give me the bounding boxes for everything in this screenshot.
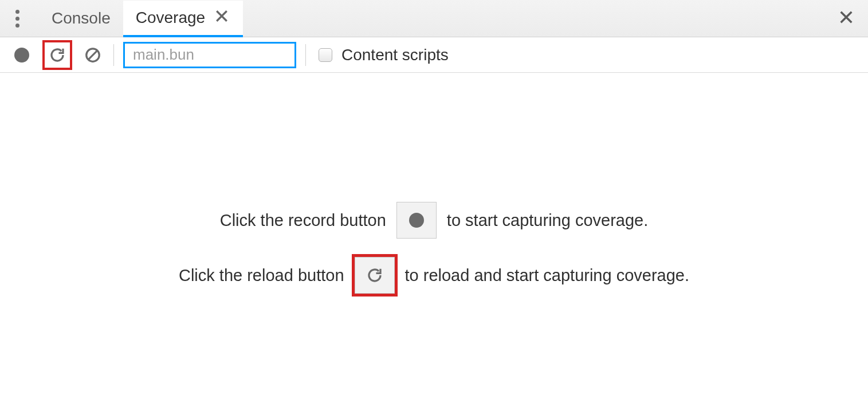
content-scripts-checkbox[interactable] <box>319 48 332 62</box>
tab-bar: Console Coverage <box>0 0 868 37</box>
content-scripts-label: Content scripts <box>341 46 449 64</box>
record-button[interactable] <box>10 44 33 67</box>
hint-text: Click the reload button <box>179 266 344 285</box>
reload-icon <box>366 267 383 284</box>
kebab-menu-icon[interactable] <box>6 7 29 30</box>
hint-reload: Click the reload button to reload and st… <box>179 257 689 294</box>
hint-record: Click the record button to start capturi… <box>220 202 649 239</box>
hint-record-button[interactable] <box>396 202 437 239</box>
hint-text: to start capturing coverage. <box>447 211 648 230</box>
url-filter-input[interactable] <box>132 45 320 64</box>
coverage-toolbar: Content scripts <box>0 37 868 73</box>
close-icon[interactable] <box>213 7 230 28</box>
tab-label: Console <box>52 9 111 28</box>
record-icon <box>14 48 29 63</box>
record-icon <box>409 213 424 228</box>
reload-button[interactable] <box>42 40 72 70</box>
reload-icon <box>49 46 66 64</box>
block-icon <box>84 46 101 64</box>
divider <box>305 44 306 66</box>
hint-text: Click the record button <box>220 211 386 230</box>
divider <box>113 44 114 66</box>
tab-label: Coverage <box>136 9 205 27</box>
tab-console[interactable]: Console <box>39 0 123 37</box>
tab-coverage[interactable]: Coverage <box>123 1 243 37</box>
clear-button[interactable] <box>81 44 104 67</box>
hint-text: to reload and start capturing coverage. <box>405 266 690 285</box>
url-filter[interactable] <box>123 42 296 68</box>
close-panel-icon[interactable] <box>830 7 862 30</box>
coverage-empty-pane: Click the record button to start capturi… <box>0 73 868 394</box>
hint-reload-button[interactable] <box>355 257 395 294</box>
